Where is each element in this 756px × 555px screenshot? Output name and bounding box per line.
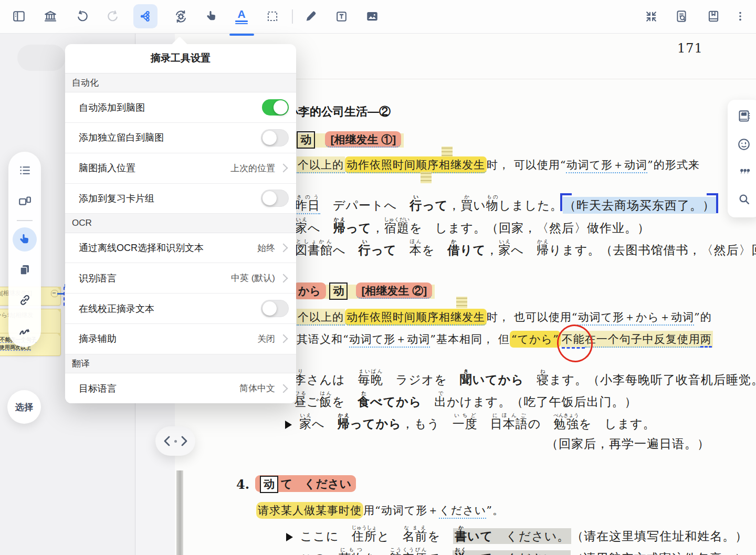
nav-dot: [174, 440, 177, 443]
app-window: 171 小李的公司生活—② 动 [相继发生 ①] 个以上的动作依照时间顺序相继发…: [0, 0, 756, 555]
yellow-highlight[interactable]: 请求某人做某事时使: [256, 502, 363, 519]
toggle-add-blank[interactable]: [261, 129, 289, 146]
text-underline-tool-icon[interactable]: A: [229, 4, 254, 28]
textbox-tool-icon[interactable]: [329, 4, 353, 28]
toggle-auto-add[interactable]: [262, 99, 289, 116]
selected-text-highlight[interactable]: （昨天去商场买东西了。）: [563, 197, 716, 214]
example-sentence: 李りさんは 毎晩まいばん ラジオを 聞きいてから 寝ねます。（小李每晚听了收音机…: [294, 369, 756, 388]
yellow-highlight[interactable]: 个以上的: [297, 156, 345, 173]
image-tool-icon[interactable]: [360, 4, 384, 28]
grammar2-rule-line2: 其语义和“动词て形＋动词”基本相同， 但“てから”不能在一个句子中反复使用两: [297, 332, 713, 349]
yellow-highlight[interactable]: 在一个句子中反复使用: [585, 333, 700, 348]
salmon-highlight[interactable]: 动 て ください: [255, 475, 356, 492]
setting-row-excerpt-assist[interactable]: 摘录辅助 关闭: [65, 324, 296, 354]
rule-text: 时， 也可以使用“: [487, 311, 578, 323]
section4-header[interactable]: 动 て ください: [255, 476, 356, 493]
scan-gray-block: 書かいて ください。: [453, 528, 571, 544]
setting-row-auto-add[interactable]: 自动添加到脑图: [65, 92, 296, 123]
dotted-underline-text[interactable]: 动词て形＋から＋动词: [578, 311, 694, 326]
select-button[interactable]: 选择: [7, 390, 41, 424]
more-menu-icon[interactable]: [728, 4, 752, 28]
mindmap-topbar-pill[interactable]: [17, 45, 66, 71]
strong-yellow-highlight[interactable]: “てから”: [510, 331, 561, 348]
setting-row-ocr-language[interactable]: 识别语言 中英 (默认): [65, 263, 296, 294]
example-sentence: ここに 住所じゅうしょと 名前なまえを 書かいて ください。（请在这里填写住址和…: [286, 525, 748, 544]
hand-tool-icon[interactable]: [200, 4, 224, 28]
underline-mark: [235, 20, 248, 22]
example-sentence: 昼ひるご飯はんを 食たべてから 出でかけます。（吃了午饭后出门。）: [294, 391, 637, 410]
scribble-icon[interactable]: [13, 319, 37, 343]
link-icon[interactable]: [13, 288, 37, 312]
excerpt-settings-icon[interactable]: [169, 4, 193, 28]
salmon-highlight[interactable]: [相继发生 ①]: [325, 131, 401, 148]
cards-icon[interactable]: [13, 189, 37, 213]
example-sentence: 図書館としょかんへ 行いって 本ほんを 借かりて，家いえへ 帰かえります。（去图…: [295, 239, 756, 258]
lesson-heading: 小李的公司生活—②: [287, 104, 391, 120]
dotted-underline-text[interactable]: 动词て形＋动词: [566, 159, 647, 173]
dictionary-icon[interactable]: A·Z: [737, 109, 751, 125]
example-sentence: 家いえへ 帰かえってから，もう 一度いちど 日本語にほんごの 勉強べんきょうを …: [285, 413, 656, 432]
strong-yellow-highlight[interactable]: 动作依照时间顺序相继发生: [345, 309, 487, 326]
example-translation: （请在这里填写住址和姓名。）: [571, 529, 748, 543]
note-badge-icon[interactable]: [419, 170, 433, 185]
yellow-highlight[interactable]: 个以上的: [297, 309, 345, 326]
setting-row-review-deck[interactable]: 添加到复习卡片组: [65, 184, 296, 214]
mindmap-icon[interactable]: [133, 4, 158, 28]
library-icon[interactable]: [38, 4, 62, 28]
setting-label: 通过离线OCR选择和识别文本: [79, 242, 257, 254]
active-tool-indicator: [229, 34, 254, 36]
note-badge-icon[interactable]: [455, 295, 469, 310]
select-rect-tool-icon[interactable]: [260, 4, 285, 28]
setting-row-online-correct[interactable]: 在线校正摘录文本: [65, 294, 296, 324]
rule-text: 用“动词て形＋: [363, 504, 439, 517]
setting-row-add-blank[interactable]: 添加独立留白到脑图: [65, 123, 296, 153]
prev-page-button[interactable]: [163, 436, 171, 446]
example-translation: （请用航空方式寄这件包裹。）: [571, 551, 747, 555]
document-search-icon[interactable]: [669, 4, 694, 28]
hand-tool-icon[interactable]: [13, 227, 37, 252]
section-header-translate: 翻译: [65, 354, 296, 373]
setting-value: 中英 (默认): [231, 272, 275, 284]
rule-text: ”基本相同， 但: [430, 333, 509, 345]
toggle-review-deck[interactable]: [261, 190, 289, 207]
dotted-underline-text[interactable]: ください: [439, 504, 486, 519]
setting-row-insert-position[interactable]: 脑图插入位置 上次的位置: [65, 153, 296, 184]
next-page-button[interactable]: [181, 436, 188, 446]
verb-tag-box: 动: [260, 476, 278, 493]
search-icon[interactable]: [738, 193, 751, 208]
grammar2-header[interactable]: から 动 [相继发生 ②]: [292, 282, 435, 300]
salmon-highlight[interactable]: から: [293, 282, 326, 299]
marks-icon[interactable]: [738, 165, 751, 181]
undo-icon[interactable]: [70, 4, 94, 28]
strong-yellow-highlight[interactable]: 动作依照时间顺序相继发生: [345, 156, 487, 173]
yellow-highlight[interactable]: から 动 [相继发生 ②]: [292, 285, 435, 299]
pencil-tool-icon[interactable]: [299, 4, 323, 28]
section4-number: 4.: [236, 477, 249, 492]
redo-icon[interactable]: [101, 4, 125, 28]
section-header-ocr: OCR: [65, 214, 296, 233]
blue-dash-annotation[interactable]: 两: [700, 333, 712, 348]
grammar1-header[interactable]: 动 [相继发生 ①]: [294, 131, 404, 149]
setting-label: 目标语言: [79, 382, 239, 395]
toolbar-divider: [292, 9, 293, 24]
yellow-highlight[interactable]: 动 [相继发生 ①]: [294, 133, 404, 148]
emoji-icon[interactable]: [737, 138, 751, 153]
copy-icon[interactable]: [13, 258, 37, 282]
sidebar-toggle-icon[interactable]: [7, 4, 31, 28]
excerpt-tool-rail: [8, 152, 41, 347]
jp-text: 李りさんは 毎晩まいばん ラジオを 聞きいてから 寝ねます。（小李每晚听了收音机…: [294, 373, 756, 386]
jp-text: 家いえへ 帰かえってから，もう 一度いちど 日本語にほんごの 勉強べんきょうを …: [299, 417, 656, 431]
setting-label: 添加独立留白到脑图: [79, 131, 261, 144]
outline-list-icon[interactable]: [13, 158, 37, 182]
toggle-online-correct[interactable]: [261, 300, 289, 317]
jp-text: 図書館としょかんへ 行いって 本ほんを 借かりて，家いえへ 帰かえります。（去图…: [295, 243, 756, 257]
setting-row-target-language[interactable]: 目标语言 简体中文: [65, 373, 296, 403]
collapse-icon[interactable]: [639, 4, 663, 28]
setting-row-ocr-select[interactable]: 通过离线OCR选择和识别文本 始终: [65, 233, 296, 264]
bookmark-icon[interactable]: [701, 4, 726, 28]
chevron-right-icon: [279, 334, 288, 343]
salmon-highlight[interactable]: [相继发生 ②]: [356, 282, 432, 299]
dotted-underline-text[interactable]: 动词て形＋动词: [349, 333, 430, 348]
red-circle-annotation[interactable]: 不能: [562, 332, 585, 349]
rule-text: 时， 可以使用“: [487, 159, 566, 171]
